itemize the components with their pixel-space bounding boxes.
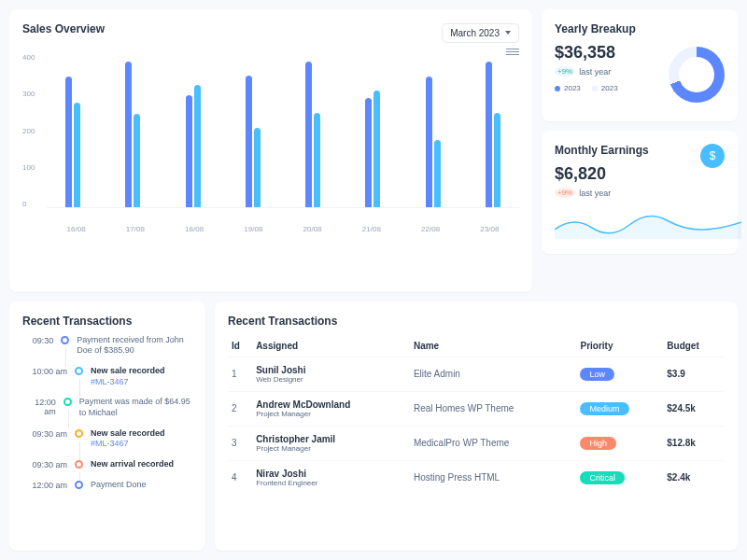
transactions-table: Id Assigned Name Priority Budget 1Sunil … (228, 335, 725, 495)
bar (374, 91, 380, 207)
period-value: March 2023 (450, 28, 500, 38)
bar (125, 62, 132, 207)
bar (426, 77, 432, 207)
timeline-item: 12:00 amPayment was made of $64.95 to Mi… (22, 397, 192, 418)
monthly-earnings-card: Monthly Earnings $ $6,820 +9% last year (542, 131, 738, 254)
th-id: Id (228, 335, 252, 357)
th-name: Name (410, 335, 577, 357)
bar (186, 95, 192, 207)
table-row: 3Christopher JamilProject ManagerMedical… (228, 426, 725, 460)
hamburger-icon[interactable] (506, 49, 519, 55)
monthly-sparkline (555, 211, 741, 239)
bar-group (49, 57, 97, 207)
priority-badge: Low (580, 368, 614, 381)
monthly-title: Monthly Earnings (555, 144, 725, 157)
bar (246, 76, 252, 207)
timeline-item: 09:30 amNew arrival recorded (22, 459, 192, 470)
bar (305, 62, 312, 207)
timeline-time: 12:00 am (22, 480, 67, 491)
recent-transactions-timeline-card: Recent Transactions 09:30Payment receive… (9, 301, 205, 551)
table-row: 1Sunil JoshiWeb DesignerElite AdminLow$3… (228, 357, 725, 391)
bar (314, 113, 320, 207)
timeline-link[interactable]: #ML-3467 (91, 377, 129, 386)
yearly-donut-chart (669, 47, 725, 103)
th-priority: Priority (576, 335, 663, 357)
priority-badge: High (580, 437, 616, 450)
timeline-dot (75, 429, 83, 438)
bar (434, 140, 441, 207)
timeline-item: 10:00 amNew sale recorded#ML-3467 (22, 366, 192, 387)
bar-group (108, 57, 157, 207)
sales-title: Sales Overview (22, 22, 105, 35)
bar (486, 62, 492, 207)
priority-badge: Critical (580, 471, 625, 484)
timeline-dot (75, 481, 83, 489)
th-budget: Budget (663, 335, 725, 357)
timeline-text: Payment was made of $64.95 to Michael (79, 397, 192, 418)
bar-group (469, 57, 517, 207)
yearly-title: Yearly Breakup (555, 22, 725, 35)
timeline-item: 12:00 amPayment Done (22, 480, 192, 491)
th-assigned: Assigned (252, 335, 410, 357)
table-row: 4Nirav JoshiFrontend EngineerHosting Pre… (228, 460, 725, 495)
timeline-text: Payment Done (91, 480, 147, 491)
dollar-icon: $ (700, 144, 725, 168)
yearly-breakup-card: Yearly Breakup $36,358 +9% last year 202… (542, 9, 738, 121)
bar (365, 98, 372, 207)
sales-bar-chart: 4003002001000 (22, 57, 519, 225)
timeline-dot (63, 398, 72, 406)
bar (134, 114, 140, 207)
chevron-down-icon (505, 31, 511, 35)
timeline-link[interactable]: #ML-3467 (91, 439, 129, 448)
timeline-text: New sale recorded#ML-3467 (91, 366, 165, 387)
timeline-time: 09:30 am (22, 428, 67, 450)
bar-group (289, 57, 337, 207)
bar (65, 77, 72, 207)
bar-group (409, 57, 458, 207)
timeline-dot (61, 336, 69, 344)
timeline-item: 09:30 amNew sale recorded#ML-3467 (22, 428, 192, 450)
timeline-item: 09:30Payment received from John Doe of $… (22, 335, 192, 357)
timeline-text: Payment received from John Doe of $385.9… (77, 335, 192, 357)
priority-badge: Medium (580, 402, 628, 415)
timeline-time: 09:30 (22, 335, 53, 357)
recent-transactions-table-card: Recent Transactions Id Assigned Name Pri… (215, 301, 738, 551)
period-select[interactable]: March 2023 (442, 23, 519, 43)
sales-overview-card: Sales Overview March 2023 4003002001000 … (9, 9, 532, 292)
bar (74, 103, 80, 207)
bar-group (229, 57, 277, 207)
table-title: Recent Transactions (228, 315, 725, 328)
transactions-title: Recent Transactions (22, 315, 192, 328)
monthly-delta: +9% last year (555, 188, 725, 198)
timeline-text: New arrival recorded (91, 459, 174, 470)
bar (494, 113, 500, 207)
timeline-dot (75, 367, 83, 375)
table-row: 2Andrew McDownlandProject ManagerReal Ho… (228, 391, 725, 426)
monthly-value: $6,820 (555, 164, 725, 184)
bar (254, 128, 261, 207)
bar-group (349, 57, 398, 207)
timeline-time: 09:30 am (22, 459, 67, 470)
timeline-time: 10:00 am (22, 366, 67, 387)
bar-group (169, 57, 218, 207)
timeline-time: 12:00 am (22, 397, 56, 418)
timeline-dot (75, 460, 83, 469)
bar (194, 85, 201, 207)
timeline-text: New sale recorded#ML-3467 (91, 428, 165, 450)
